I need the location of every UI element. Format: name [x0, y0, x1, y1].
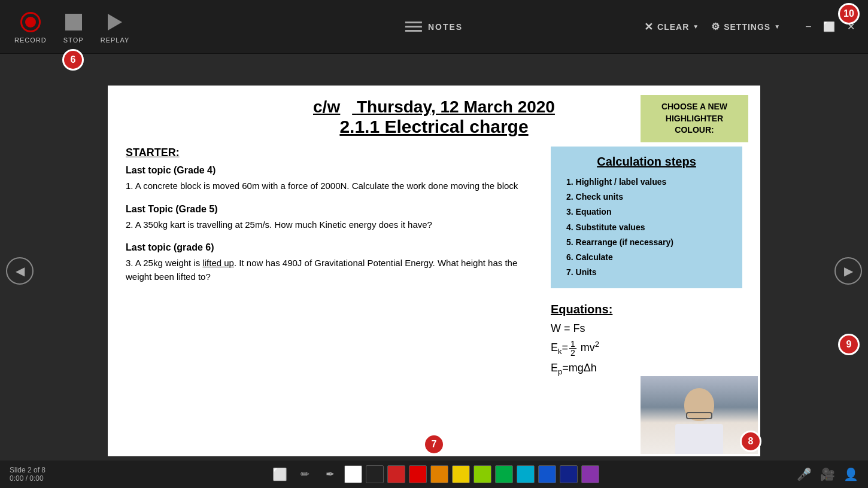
- replay-button[interactable]: REPLAY: [96, 7, 135, 46]
- minimize-button[interactable]: –: [802, 20, 815, 33]
- badge-9: 9: [838, 334, 860, 355]
- person-glasses: [686, 412, 712, 419]
- record-button[interactable]: RECORD: [10, 7, 51, 46]
- color-black[interactable]: [366, 465, 384, 483]
- slide-date: Thursday, 12 March 2020: [357, 97, 555, 116]
- camera-button[interactable]: 🎥: [820, 467, 835, 481]
- calc-step-4: 4. Substitute values: [566, 220, 733, 235]
- stop-button[interactable]: STOP: [56, 7, 91, 46]
- highlighter-icon: ✏: [301, 468, 309, 481]
- calc-step-3: 3. Equation: [566, 205, 733, 219]
- time-display: 0:00 / 0:00: [10, 474, 81, 483]
- highlighter-label: CHOOSE A NEW HIGHLIGHTER COLOUR:: [661, 102, 727, 135]
- settings-caret-icon: ▼: [774, 23, 781, 30]
- color-orange[interactable]: [430, 465, 448, 483]
- settings-label: SETTINGS: [724, 22, 770, 32]
- equation-3: Ep=mgΔh: [551, 362, 742, 376]
- color-red2[interactable]: [409, 465, 427, 483]
- settings-button[interactable]: ⚙ SETTINGS ▼: [711, 21, 781, 32]
- grade5-heading: Last Topic (Grade 5): [126, 204, 539, 215]
- grade4-heading: Last topic (Grade 4): [126, 165, 539, 176]
- replay-icon: [108, 14, 122, 30]
- slide-container: ◀ ▶ CHOOSE A NEW HIGHLIGHTER COLOUR: c/w…: [0, 54, 868, 488]
- pen-tool[interactable]: ✒: [319, 463, 341, 485]
- notes-button[interactable]: NOTES: [405, 22, 463, 32]
- equation-1: W = Fs: [551, 322, 742, 335]
- calc-step-5: 5. Rearrange (if necessary): [566, 235, 733, 250]
- calc-step-1: 1. Highlight / label values: [566, 175, 733, 190]
- maximize-button[interactable]: ⬜: [820, 20, 839, 33]
- slide-body: STARTER: Last topic (Grade 4) 1. A concr…: [126, 147, 742, 386]
- color-blue[interactable]: [538, 465, 556, 483]
- clear-caret-icon: ▼: [693, 23, 699, 30]
- prev-slide-button[interactable]: ◀: [6, 257, 34, 285]
- settings-icon: ⚙: [711, 21, 720, 32]
- slide-right: Calculation steps 1. Highlight / label v…: [551, 147, 742, 386]
- calc-step-2: 2. Check units: [566, 190, 733, 205]
- color-red1[interactable]: [387, 465, 405, 483]
- grade6-heading: Last topic (grade 6): [126, 242, 539, 253]
- calc-steps-box: Calculation steps 1. Highlight / label v…: [551, 147, 742, 288]
- slide-cw: c/w: [313, 97, 340, 116]
- next-slide-button[interactable]: ▶: [834, 257, 862, 285]
- main-area: ◀ ▶ CHOOSE A NEW HIGHLIGHTER COLOUR: c/w…: [0, 54, 868, 488]
- color-lime[interactable]: [474, 465, 491, 483]
- badge-6: 6: [62, 49, 84, 71]
- badge-7: 7: [423, 434, 445, 455]
- badge-8: 8: [740, 431, 761, 452]
- pen-icon: ✒: [326, 468, 335, 481]
- eraser-icon: ⬜: [272, 467, 287, 481]
- person-body: [675, 424, 723, 454]
- calc-title: Calculation steps: [560, 155, 733, 169]
- bottombar: Slide 2 of 8 0:00 / 0:00 ⬜ ✏ ✒ 🎤 🎥 👤: [0, 460, 868, 488]
- equation-2: Ek=12 mv2: [551, 340, 742, 357]
- record-label: RECORD: [14, 36, 47, 44]
- color-cyan[interactable]: [517, 465, 535, 483]
- clear-x-icon: ✕: [644, 20, 654, 33]
- grade4-question: 1. A concrete block is moved 60m with a …: [126, 179, 539, 193]
- topbar-left: RECORD STOP REPLAY: [10, 7, 134, 46]
- stop-label: STOP: [63, 36, 84, 44]
- notes-label: NOTES: [428, 22, 463, 32]
- topbar: RECORD STOP REPLAY NOTES ✕ CLEAR ▼: [0, 0, 868, 54]
- color-white[interactable]: [344, 465, 362, 483]
- calc-steps-list: 1. Highlight / label values 2. Check uni…: [560, 175, 733, 280]
- starter-heading: STARTER:: [126, 147, 539, 159]
- badge-10: 10: [838, 3, 860, 25]
- highlighter-colour-box[interactable]: CHOOSE A NEW HIGHLIGHTER COLOUR:: [641, 95, 748, 142]
- stop-icon: [65, 14, 82, 30]
- bottom-right-tools: 🎤 🎥 👤: [797, 467, 858, 481]
- equations-section: Equations: W = Fs Ek=12 mv2 Ep=mgΔh: [551, 298, 742, 386]
- calc-step-7: 7. Units: [566, 265, 733, 280]
- drawing-tools: ⬜ ✏ ✒: [269, 463, 599, 485]
- screen-share-button[interactable]: 👤: [843, 467, 858, 481]
- clear-button[interactable]: ✕ CLEAR ▼: [644, 20, 699, 33]
- clear-label: CLEAR: [657, 22, 689, 32]
- highlighter-tool[interactable]: ✏: [294, 463, 315, 485]
- topbar-right: ✕ CLEAR ▼ ⚙ SETTINGS ▼ – ⬜ ✕: [644, 20, 858, 33]
- calc-step-6: 6. Calculate: [566, 250, 733, 265]
- notes-icon: [405, 22, 422, 32]
- microphone-button[interactable]: 🎤: [797, 467, 812, 481]
- color-green[interactable]: [495, 465, 513, 483]
- replay-label: REPLAY: [101, 36, 130, 44]
- color-purple[interactable]: [581, 465, 599, 483]
- slide-info: Slide 2 of 8 0:00 / 0:00: [10, 466, 81, 483]
- slide-number: Slide 2 of 8: [10, 466, 81, 474]
- grade6-question: 3. A 25kg weight is lifted up. It now ha…: [126, 257, 539, 283]
- color-yellow[interactable]: [452, 465, 470, 483]
- eq-heading: Equations:: [551, 303, 742, 316]
- person-head: [684, 388, 714, 421]
- color-navy[interactable]: [560, 465, 578, 483]
- record-icon: [20, 12, 41, 32]
- slide: CHOOSE A NEW HIGHLIGHTER COLOUR: c/w Thu…: [108, 86, 760, 456]
- eraser-tool[interactable]: ⬜: [269, 463, 290, 485]
- slide-left: STARTER: Last topic (Grade 4) 1. A concr…: [126, 147, 539, 386]
- grade5-question: 2. A 350kg kart is travelling at 25m/s. …: [126, 218, 539, 232]
